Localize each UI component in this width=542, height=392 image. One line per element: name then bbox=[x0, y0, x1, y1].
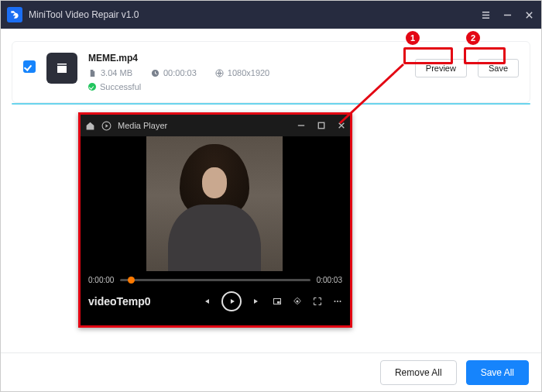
miniview-button[interactable] bbox=[273, 297, 282, 306]
video-frame bbox=[146, 136, 283, 271]
preview-button[interactable]: Preview bbox=[415, 59, 467, 77]
titlebar: MiniTool Video Repair v1.0 bbox=[1, 1, 541, 29]
app-window: MiniTool Video Repair v1.0 MEME.mp4 bbox=[0, 0, 542, 392]
file-actions: Preview Save bbox=[415, 59, 519, 77]
file-duration-value: 00:00:03 bbox=[163, 68, 197, 77]
success-icon bbox=[88, 83, 96, 91]
menu-button[interactable] bbox=[476, 5, 495, 24]
app-logo-icon bbox=[7, 7, 22, 22]
play-button[interactable] bbox=[221, 291, 242, 311]
separator-line bbox=[12, 103, 530, 105]
remove-all-button[interactable]: Remove All bbox=[380, 360, 457, 385]
svg-point-4 bbox=[297, 301, 299, 303]
file-checkbox[interactable] bbox=[23, 60, 36, 73]
file-card: MEME.mp4 3.04 MB 00:00:03 1080x1920 bbox=[12, 41, 530, 103]
svg-point-6 bbox=[337, 301, 338, 302]
footer: Remove All Save All bbox=[1, 352, 541, 391]
file-name: MEME.mp4 bbox=[88, 51, 404, 64]
prev-button[interactable] bbox=[201, 297, 211, 306]
close-button[interactable] bbox=[520, 5, 538, 24]
time-length: 0:00:03 bbox=[317, 276, 342, 284]
video-area[interactable] bbox=[81, 136, 350, 271]
file-resolution-value: 1080x1920 bbox=[228, 68, 269, 77]
svg-rect-1 bbox=[318, 122, 324, 129]
player-maximize-button[interactable] bbox=[317, 122, 325, 129]
svg-point-7 bbox=[340, 301, 341, 302]
resolution-icon bbox=[215, 69, 224, 77]
next-button[interactable] bbox=[252, 297, 262, 306]
file-icon bbox=[88, 69, 97, 77]
save-button[interactable]: Save bbox=[478, 59, 519, 77]
settings-icon[interactable] bbox=[293, 297, 302, 306]
more-button[interactable] bbox=[333, 297, 342, 306]
clock-icon bbox=[151, 69, 160, 77]
file-status: Successful bbox=[88, 82, 404, 91]
file-meta: MEME.mp4 3.04 MB 00:00:03 1080x1920 bbox=[88, 51, 404, 91]
svg-point-5 bbox=[334, 301, 336, 302]
file-resolution: 1080x1920 bbox=[215, 68, 269, 77]
svg-rect-3 bbox=[277, 301, 280, 304]
minimize-button[interactable] bbox=[498, 5, 516, 24]
media-player: Media Player 0:00:00 0:00:03 videoTemp0 bbox=[78, 112, 352, 328]
file-size-value: 3.04 MB bbox=[101, 68, 132, 77]
player-close-button[interactable] bbox=[338, 122, 345, 129]
app-title: MiniTool Video Repair v1.0 bbox=[29, 9, 476, 20]
file-thumbnail-icon bbox=[46, 53, 77, 84]
player-title: Media Player bbox=[118, 121, 167, 130]
fullscreen-button[interactable] bbox=[313, 297, 322, 306]
seek-bar[interactable] bbox=[120, 279, 310, 281]
file-duration: 00:00:03 bbox=[151, 68, 197, 77]
annotation-badge-1: 1 bbox=[406, 31, 420, 45]
video-temp-name: videoTemp0 bbox=[88, 295, 201, 308]
save-all-button[interactable]: Save All bbox=[466, 360, 529, 385]
file-status-value: Successful bbox=[100, 82, 141, 91]
file-size: 3.04 MB bbox=[88, 68, 132, 77]
seek-row: 0:00:00 0:00:03 bbox=[81, 271, 350, 286]
player-minimize-button[interactable] bbox=[297, 122, 305, 129]
home-icon[interactable] bbox=[85, 121, 95, 131]
player-titlebar: Media Player bbox=[81, 115, 350, 136]
annotation-badge-2: 2 bbox=[466, 31, 480, 45]
player-app-icon bbox=[101, 121, 111, 131]
time-position: 0:00:00 bbox=[88, 276, 114, 284]
seek-handle[interactable] bbox=[128, 277, 135, 284]
player-controls: videoTemp0 bbox=[81, 286, 350, 317]
